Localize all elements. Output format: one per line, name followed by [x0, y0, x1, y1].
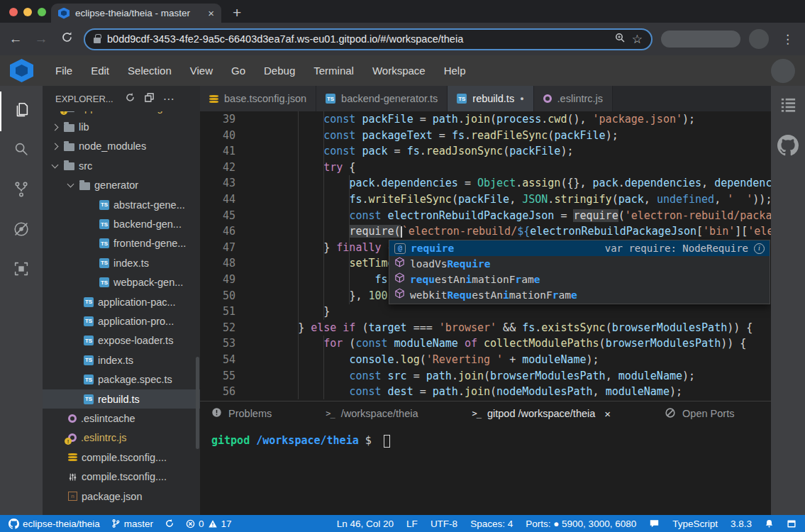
- close-icon[interactable]: ×: [604, 408, 611, 420]
- menu-go[interactable]: Go: [222, 65, 255, 77]
- back-icon[interactable]: ←: [7, 31, 24, 47]
- tree-item-abstract-gene...[interactable]: TSabstract-gene...: [43, 195, 200, 214]
- activity-files[interactable]: [0, 92, 43, 131]
- tree-item-frontend-gene...[interactable]: TSfrontend-gene...: [43, 234, 200, 253]
- menu-edit[interactable]: Edit: [82, 65, 118, 77]
- status-language-mode[interactable]: TypeScript: [672, 519, 718, 529]
- tree-item-application-pro...[interactable]: TSapplication-pro...: [43, 311, 200, 331]
- panel-tab-gitpod-workspace-theia[interactable]: >_gitpod /workspace/theia×: [472, 408, 611, 420]
- menu-file[interactable]: File: [46, 65, 82, 77]
- tree-item-package.json[interactable]: npackage.json: [43, 487, 200, 506]
- tree-item-package.spec.ts[interactable]: TSpackage.spec.ts: [43, 370, 200, 389]
- tree-item-label: index.ts: [98, 355, 133, 366]
- tree-item-compile.tsconfig....[interactable]: compile.tsconfig....: [43, 448, 200, 467]
- info-icon[interactable]: i: [754, 243, 765, 254]
- forward-icon[interactable]: →: [33, 31, 50, 47]
- code-editor[interactable]: 39 const packFile = path.join(process.cw…: [200, 111, 771, 401]
- terminal[interactable]: gitpod /workspace/theia $: [200, 426, 771, 448]
- menu-help[interactable]: Help: [435, 65, 475, 77]
- panel-tab-open-ports[interactable]: Open Ports: [665, 407, 734, 421]
- editor-tab-.eslintrc.js[interactable]: .eslintrc.js: [534, 86, 613, 111]
- terminal-icon: >_: [326, 409, 334, 419]
- status-cursor-position[interactable]: Ln 46, Col 20: [337, 519, 394, 529]
- menu-terminal[interactable]: Terminal: [304, 65, 363, 77]
- panel-tab-problems[interactable]: Problems: [211, 407, 272, 420]
- suggest-item[interactable]: webkitRequestAnimationFrame: [389, 288, 770, 304]
- panel-tab--workspace-theia[interactable]: >_/workspace/theia: [326, 408, 418, 419]
- minimize-window-button[interactable]: [23, 8, 32, 16]
- status-sync[interactable]: [165, 519, 174, 528]
- account-avatar[interactable]: [771, 59, 795, 83]
- status-ts-version[interactable]: 3.8.3: [731, 519, 752, 529]
- status-git-branch[interactable]: master: [111, 519, 153, 529]
- suggest-item[interactable]: loadVsRequire: [389, 256, 770, 272]
- tree-item-rebuild.ts[interactable]: TSrebuild.ts: [43, 389, 200, 409]
- status-github-repo[interactable]: eclipse-theia/theia: [9, 519, 100, 529]
- menu-selection[interactable]: Selection: [118, 65, 181, 77]
- status-feedback[interactable]: [649, 519, 660, 528]
- tree-item-webpack-gen...[interactable]: TSwebpack-gen...: [43, 273, 200, 292]
- tree-item-label: application-pro...: [98, 316, 174, 327]
- activity-source-control[interactable]: [0, 171, 43, 211]
- editor-tab-backend-generator.ts[interactable]: TSbackend-generator.ts: [316, 86, 448, 111]
- status-panel-toggle[interactable]: [787, 519, 796, 528]
- editor-tab-base.tsconfig.json[interactable]: base.tsconfig.json: [200, 86, 316, 111]
- status-encoding[interactable]: UTF-8: [431, 519, 457, 529]
- ts-icon: TS: [84, 375, 94, 384]
- tree-item-lib[interactable]: lib: [43, 117, 200, 136]
- status-eol[interactable]: LF: [406, 519, 418, 529]
- file-type-icon-ts: TS: [84, 316, 94, 326]
- status-indentation[interactable]: Spaces: 4: [470, 519, 513, 529]
- tree-item-generator[interactable]: generator: [43, 176, 200, 195]
- refresh-icon[interactable]: [125, 92, 135, 105]
- browser-menu-icon[interactable]: ⋮: [777, 32, 798, 47]
- file-type-icon-eslint: [68, 414, 77, 423]
- url-bar[interactable]: b0dd9cdf-3453-4fe2-9a5c-66403d3ea7af.ws-…: [84, 28, 653, 50]
- tree-item-.eslintcache[interactable]: .eslintcache: [43, 409, 200, 428]
- tree-item-application-manag...[interactable]: !application-manag...: [43, 111, 200, 117]
- tree-item-node-modules[interactable]: node_modules: [43, 137, 200, 156]
- new-tab-button[interactable]: +: [233, 5, 241, 20]
- reload-icon[interactable]: [58, 31, 75, 47]
- sidebar-scrollbar[interactable]: [196, 357, 199, 449]
- tree-item-application-pac...[interactable]: TSapplication-pac...: [43, 292, 200, 311]
- url-text[interactable]: b0dd9cdf-3453-4fe2-9a5c-66403d3ea7af.ws-…: [107, 33, 608, 45]
- tree-item-index.ts[interactable]: TSindex.ts: [43, 350, 200, 370]
- editor-tab-rebuild.ts[interactable]: TSrebuild.ts●: [448, 86, 533, 111]
- tree-item-src[interactable]: src: [43, 156, 200, 175]
- collapse-all-icon[interactable]: [144, 92, 155, 105]
- zoom-icon[interactable]: [614, 32, 626, 46]
- status-ports[interactable]: Ports: ● 5900, 3000, 6080: [526, 519, 636, 529]
- more-icon[interactable]: ⋯: [163, 92, 174, 106]
- tree-item-compile.tsconfig....[interactable]: compile.tsconfig....: [43, 467, 200, 486]
- tree-item-.eslintrc.js[interactable]: !.eslintrc.js: [43, 428, 200, 448]
- bookmark-star-icon[interactable]: ☆: [632, 33, 643, 45]
- gitpod-logo[interactable]: [10, 59, 33, 82]
- menu-debug[interactable]: Debug: [255, 65, 304, 77]
- activity-search[interactable]: [0, 131, 43, 171]
- suggest-item[interactable]: @requirevar require: NodeRequirei: [389, 240, 770, 256]
- status-notifications[interactable]: [765, 519, 774, 528]
- bottom-panel: Problems>_/workspace/theia>_gitpod /work…: [200, 401, 771, 515]
- menu-view[interactable]: View: [181, 65, 222, 77]
- tree-item-backend-gen...[interactable]: TSbackend-gen...: [43, 214, 200, 233]
- tree-item-index.ts[interactable]: TSindex.ts: [43, 253, 200, 272]
- tree-item-label: node_modules: [79, 140, 146, 152]
- line-number: 45: [200, 208, 235, 224]
- tree-item-expose-loader.ts[interactable]: TSexpose-loader.ts: [43, 331, 200, 350]
- suggest-label: requestAnimationFrame: [410, 272, 540, 288]
- browser-profile-avatar[interactable]: [749, 29, 769, 49]
- file-type-icon-folder: [64, 142, 74, 151]
- maximize-window-button[interactable]: [38, 8, 46, 16]
- activity-plugins[interactable]: [0, 250, 43, 290]
- tab-close-icon[interactable]: ×: [208, 8, 214, 18]
- tree-item-label: index.ts: [113, 257, 149, 269]
- browser-tab[interactable]: eclipse-theia/theia - master ×: [51, 4, 221, 23]
- close-window-button[interactable]: [9, 8, 18, 16]
- right-bar-outline[interactable]: [779, 96, 797, 116]
- suggest-item[interactable]: requestAnimationFrame: [389, 272, 770, 287]
- menu-workspace[interactable]: Workspace: [363, 65, 435, 77]
- status-problems-summary[interactable]: 017: [186, 519, 232, 529]
- right-bar-github[interactable]: [777, 135, 799, 159]
- activity-debug-off[interactable]: [0, 211, 43, 250]
